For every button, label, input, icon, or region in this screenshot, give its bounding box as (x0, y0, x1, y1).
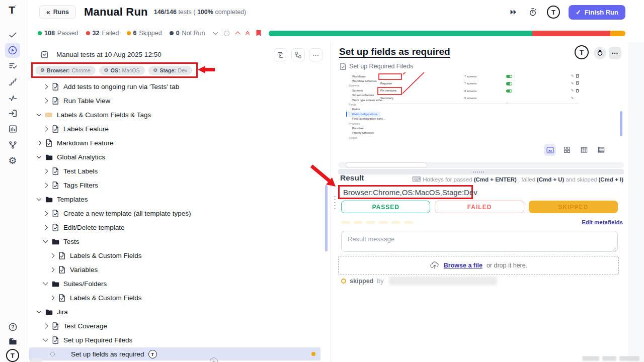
grid-view-button[interactable] (561, 144, 573, 156)
branch-icon[interactable] (7, 139, 19, 151)
tree-chevron-icon[interactable] (50, 253, 55, 258)
tree-row[interactable]: Labels Feature T (29, 122, 320, 136)
more-options-button[interactable]: ⋯ (309, 48, 323, 61)
tree-chevron-icon[interactable] (43, 238, 48, 243)
status-count-item: 0 Not Run (170, 30, 205, 37)
double-chevron-up-icon[interactable] (246, 30, 249, 36)
duplicate-add-button[interactable] (274, 48, 287, 61)
activity-icon[interactable] (7, 92, 19, 104)
tree-row[interactable]: Labels & Custom Fields T (29, 291, 320, 305)
tests-check-icon[interactable] (7, 29, 19, 41)
parent-test-link[interactable]: Set up Required Fileds (340, 63, 413, 70)
metafield-chip[interactable] (366, 221, 375, 224)
config-badge[interactable]: ⚙ OS: MacOS (99, 66, 145, 75)
steps-icon[interactable] (7, 76, 19, 88)
tree-chevron-icon[interactable] (37, 309, 42, 314)
tree-row[interactable]: Suites/Folders T (29, 277, 320, 291)
tree-chevron-icon[interactable] (43, 211, 48, 216)
tree-row[interactable]: Markdown Feature T (29, 136, 320, 150)
tree-chevron-icon[interactable] (43, 337, 48, 342)
attachment-hscrollbar-thumb[interactable] (346, 163, 427, 167)
tree-row[interactable]: Test Labels T (29, 164, 320, 178)
tree-chevron-icon[interactable] (43, 183, 48, 188)
bookmark-icon[interactable] (256, 30, 262, 37)
tree-chevron-icon[interactable] (43, 84, 48, 89)
metafield-chip[interactable] (341, 221, 350, 224)
tree-row[interactable]: Tests T (29, 234, 320, 248)
chevron-down-icon[interactable] (213, 30, 218, 35)
tree-chevron-icon[interactable] (43, 323, 48, 328)
tree-chevron-icon[interactable] (37, 154, 42, 159)
app-logo[interactable]: T' (6, 4, 19, 17)
tree-chevron-icon[interactable] (50, 267, 55, 272)
tree-row[interactable]: Labels & Custom Fields & Tags T (29, 108, 320, 122)
tree-chevron-icon[interactable] (43, 126, 48, 131)
reports-chart-icon[interactable] (7, 123, 19, 135)
skipped-button[interactable]: SKIPPED (529, 201, 618, 213)
tree-chevron-icon[interactable] (37, 196, 42, 201)
tree-chevron-icon[interactable] (43, 168, 48, 173)
result-section-resize-handle[interactable] (338, 169, 624, 174)
circle-status-icon[interactable] (224, 31, 229, 36)
tree-view-button[interactable] (291, 48, 305, 61)
panel-resize-handle[interactable] (334, 195, 336, 210)
user-avatar[interactable]: T (6, 349, 19, 362)
tree-chevron-icon[interactable] (43, 225, 48, 230)
config-badge[interactable]: ⚙ Stage: Dev (148, 66, 193, 75)
failed-button[interactable]: FAILED (435, 201, 524, 213)
settings-gear-icon[interactable]: ⚙ (7, 154, 19, 166)
test-title[interactable]: Set up fields as required (339, 46, 450, 57)
timer-icon[interactable] (527, 7, 538, 18)
tree-chevron-icon[interactable] (37, 112, 42, 117)
result-message-input[interactable] (341, 231, 618, 252)
metafield-chip[interactable] (379, 221, 388, 224)
assignee-avatar[interactable]: T (575, 45, 589, 59)
list-view-button[interactable] (595, 144, 607, 156)
tree-row[interactable]: Variables T (29, 262, 320, 277)
tree-chevron-icon[interactable] (50, 352, 55, 356)
runs-play-circle-icon[interactable] (5, 43, 20, 58)
tree-row[interactable]: Add tests to ongoing run via 'Tests' tab… (29, 79, 320, 94)
tree-row[interactable]: Labels & Custom Fields T (29, 248, 320, 262)
fast-forward-icon[interactable] (508, 7, 519, 18)
passed-button[interactable]: PASSED (341, 201, 430, 213)
docs-folder-icon[interactable] (7, 335, 19, 347)
tree-chevron-icon[interactable] (43, 281, 48, 286)
metafield-chip[interactable] (391, 221, 400, 224)
tree-row[interactable]: Set up fields as required T (29, 347, 320, 360)
checklist-icon[interactable] (7, 60, 19, 72)
tree-row[interactable]: Templates T (29, 192, 320, 206)
file-upload-dropzone[interactable]: Browse a file or drop it here. (338, 256, 619, 275)
import-icon[interactable] (7, 107, 19, 119)
finish-run-button[interactable]: ✓Finish Run (569, 5, 625, 20)
tree-row[interactable]: Set up Required Fileds T (29, 333, 320, 347)
help-icon[interactable] (7, 321, 19, 333)
attachment-screenshot[interactable]: WorkflowsWorkflow schemesScreensScreensS… (338, 72, 624, 143)
metafield-chip[interactable] (404, 221, 413, 224)
browse-file-link[interactable]: Browse a file (444, 262, 482, 269)
tree-chevron-icon[interactable] (43, 98, 48, 103)
tree-item-icon (51, 223, 59, 231)
metafield-chip[interactable] (354, 221, 363, 224)
image-view-button[interactable] (544, 144, 556, 156)
tree-row[interactable]: Tags Filters T (29, 178, 320, 192)
tree-scrollbar[interactable] (325, 185, 328, 251)
tree-row[interactable]: Global Analytics T (29, 150, 320, 164)
edit-metafields-link[interactable]: Edit metafields (582, 219, 623, 225)
config-badge[interactable]: ⚙ Browser: Chrome (35, 66, 96, 75)
gear-icon: ⚙ (40, 67, 45, 73)
tree-row[interactable]: Jira T (29, 305, 320, 319)
tree-row[interactable]: Test Coverage T (29, 319, 320, 333)
timer-button[interactable] (594, 47, 606, 59)
table-view-button[interactable] (578, 144, 590, 156)
more-options-button[interactable]: ⋯ (609, 47, 621, 59)
back-to-runs-button[interactable]: «Runs (39, 5, 76, 19)
chevron-up-icon[interactable] (235, 32, 240, 37)
user-avatar[interactable]: T (547, 6, 560, 19)
tree-row[interactable]: Create a new template (all template type… (29, 206, 320, 220)
tree-row[interactable]: Edit/Delete template T (29, 220, 320, 234)
tree-row[interactable]: Run Table View T (29, 94, 320, 108)
tree-chevron-icon[interactable] (50, 295, 55, 300)
toggle-icon (506, 97, 509, 106)
tree-chevron-icon[interactable] (37, 140, 42, 145)
